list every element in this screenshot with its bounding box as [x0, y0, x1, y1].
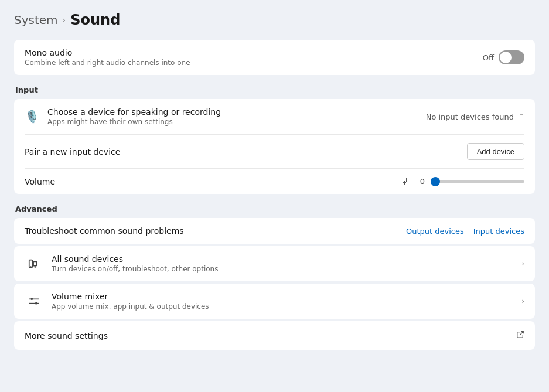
volume-mixer-icon: [25, 292, 43, 311]
mono-audio-subtitle: Combine left and right audio channels in…: [25, 59, 190, 67]
breadcrumb: System › Sound: [14, 12, 535, 28]
choose-device-left: 🎙️ Choose a device for speaking or recor…: [25, 107, 221, 126]
advanced-section-label: Advanced: [15, 204, 535, 213]
mono-audio-card: Mono audio Combine left and right audio …: [14, 40, 535, 75]
all-sound-subtitle: Turn devices on/off, troubleshoot, other…: [52, 265, 218, 273]
all-sound-title: All sound devices: [52, 254, 218, 264]
troubleshoot-row: Troubleshoot common sound problems Outpu…: [14, 218, 535, 244]
more-sound-label: More sound settings: [25, 331, 108, 340]
toggle-thumb: [500, 52, 512, 63]
volume-row: Volume 🎙 0: [14, 169, 535, 194]
volume-mixer-text: Volume mixer App volume mix, app input &…: [52, 292, 209, 311]
volume-slider[interactable]: [431, 180, 524, 183]
output-devices-link[interactable]: Output devices: [406, 227, 464, 236]
volume-mic-icon: 🎙: [400, 176, 410, 187]
svg-line-8: [520, 332, 523, 335]
troubleshoot-links: Output devices Input devices: [406, 227, 524, 236]
input-devices-link[interactable]: Input devices: [473, 227, 524, 236]
breadcrumb-system[interactable]: System: [14, 13, 58, 27]
mono-audio-row: Mono audio Combine left and right audio …: [14, 40, 535, 75]
input-section-label: Input: [15, 86, 535, 94]
choose-device-right: No input devices found ⌃: [426, 113, 524, 121]
volume-label: Volume: [25, 177, 55, 186]
choose-device-row: 🎙️ Choose a device for speaking or recor…: [14, 99, 535, 134]
all-sound-chevron-icon: ›: [521, 260, 524, 268]
volume-mixer-left: Volume mixer App volume mix, app input &…: [25, 292, 209, 311]
input-card-group: 🎙️ Choose a device for speaking or recor…: [14, 99, 535, 194]
choose-device-title: Choose a device for speaking or recordin…: [47, 107, 221, 117]
mono-audio-toggle-container: Off: [483, 50, 524, 64]
volume-mixer-card: Volume mixer App volume mix, app input &…: [14, 284, 535, 319]
more-sound-row[interactable]: More sound settings: [14, 321, 535, 350]
all-sound-card: All sound devices Turn devices on/off, t…: [14, 246, 535, 281]
volume-mixer-title: Volume mixer: [52, 292, 209, 301]
choose-device-subtitle: Apps might have their own settings: [47, 118, 221, 126]
mono-audio-toggle-label: Off: [483, 53, 494, 62]
svg-point-3: [34, 266, 36, 268]
external-link-icon: [516, 330, 524, 340]
volume-mixer-row[interactable]: Volume mixer App volume mix, app input &…: [14, 284, 535, 319]
all-sound-icon: [25, 254, 43, 273]
pair-device-row: Pair a new input device Add device: [14, 135, 535, 168]
add-device-button[interactable]: Add device: [467, 143, 524, 160]
choose-device-text: Choose a device for speaking or recordin…: [47, 107, 221, 126]
more-sound-card: More sound settings: [14, 321, 535, 350]
troubleshoot-card: Troubleshoot common sound problems Outpu…: [14, 218, 535, 244]
no-input-devices-text: No input devices found: [426, 113, 514, 121]
volume-mixer-subtitle: App volume mix, app input & output devic…: [52, 302, 209, 311]
volume-right: 🎙 0: [400, 176, 524, 187]
mono-audio-title: Mono audio: [25, 48, 190, 57]
chevron-up-icon[interactable]: ⌃: [519, 113, 524, 121]
svg-rect-1: [33, 261, 37, 265]
svg-point-5: [31, 298, 33, 301]
pair-device-label: Pair a new input device: [25, 147, 120, 156]
svg-point-7: [35, 302, 37, 305]
volume-mixer-chevron-icon: ›: [521, 297, 524, 305]
microphone-icon: 🎙️: [25, 110, 39, 124]
mono-audio-toggle[interactable]: [499, 50, 524, 64]
all-sound-row[interactable]: All sound devices Turn devices on/off, t…: [14, 246, 535, 281]
volume-value: 0: [415, 177, 425, 186]
page-title: Sound: [70, 12, 120, 28]
breadcrumb-chevron-icon: ›: [63, 15, 66, 25]
svg-point-2: [30, 266, 32, 268]
all-sound-text: All sound devices Turn devices on/off, t…: [52, 254, 218, 273]
troubleshoot-label: Troubleshoot common sound problems: [25, 226, 184, 236]
all-sound-left: All sound devices Turn devices on/off, t…: [25, 254, 218, 273]
mono-audio-text: Mono audio Combine left and right audio …: [25, 48, 190, 67]
